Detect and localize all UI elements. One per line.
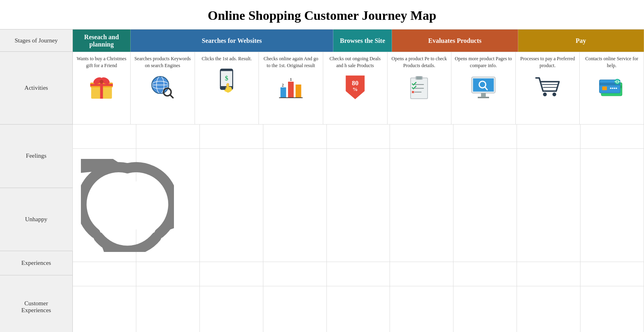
- activity-1: Wants to buy a Christmes gift for a Frie…: [73, 52, 131, 124]
- feelings-cell-7: [453, 125, 517, 148]
- phone-hand-icon: $: [212, 66, 241, 95]
- svg-point-52: [614, 87, 615, 89]
- svg-rect-37: [481, 93, 486, 97]
- globe-search-icon: [148, 73, 177, 102]
- activity-3: Clicks the 1st ads. Result. $: [195, 52, 259, 124]
- svg-point-51: [612, 87, 614, 89]
- exp-cell-5: [327, 262, 390, 286]
- cust-cell-2: [136, 286, 200, 332]
- feelings-cell-3: [200, 125, 263, 148]
- cycle-diagram: [73, 149, 644, 262]
- svg-point-6: [100, 80, 103, 83]
- feelings-row: [73, 125, 644, 149]
- exp-cell-7: [453, 262, 517, 286]
- feelings-cell-8: [517, 125, 580, 148]
- svg-line-13: [170, 95, 173, 97]
- clipboard-icon: [405, 73, 433, 102]
- unhappy-label: Unhappy: [0, 188, 73, 252]
- activity-7: Opens more product Pages to compare info…: [451, 52, 516, 124]
- cust-cell-8: [517, 286, 580, 332]
- stage-research: Reseach and planning: [73, 30, 131, 52]
- svg-rect-29: [416, 76, 422, 79]
- stage-evaluates: Evaluates Products: [392, 30, 518, 52]
- cust-cell-7: [453, 286, 517, 332]
- exp-cell-4: [263, 262, 327, 286]
- stages-label: Stages of Journey: [0, 30, 73, 52]
- svg-text:2: 2: [282, 83, 284, 87]
- page-title: Online Shopping Customer Journey Map: [0, 0, 644, 29]
- cust-cell-6: [390, 286, 453, 332]
- cust-cell-3: [200, 286, 263, 332]
- experiences-row: [73, 262, 644, 286]
- exp-cell-8: [517, 262, 580, 286]
- svg-rect-18: [280, 87, 286, 98]
- svg-rect-3: [90, 84, 113, 86]
- svg-point-60: [102, 180, 153, 231]
- customer-row: [73, 286, 644, 332]
- stage-pay: Pay: [518, 30, 644, 52]
- exp-cell-3: [200, 262, 263, 286]
- svg-point-50: [610, 87, 612, 89]
- credit-card-icon: [597, 73, 626, 102]
- svg-rect-49: [602, 86, 607, 90]
- svg-rect-20: [296, 85, 301, 98]
- exp-cell-6: [390, 262, 453, 286]
- activity-6: Opens a product Pe to check Products det…: [388, 52, 452, 124]
- left-labels: Stages of Journey Activities Feelings Un…: [0, 30, 73, 332]
- cust-cell-5: [327, 286, 390, 332]
- unhappy-row: [73, 149, 644, 262]
- exp-cell-9: [580, 262, 644, 286]
- svg-rect-19: [288, 82, 294, 98]
- sale-icon: 80 %: [341, 73, 369, 102]
- activity-5: Checks out ongoing Deals and h sale Prod…: [323, 52, 388, 124]
- circular-arrows-icon: [81, 159, 174, 252]
- svg-text:$: $: [225, 74, 228, 82]
- feelings-cell-5: [327, 125, 390, 148]
- shopping-cart-icon: [534, 73, 562, 102]
- svg-text:80: 80: [352, 79, 358, 87]
- activity-8: Processes to pay a Preferred product.: [516, 52, 580, 124]
- feelings-cell-4: [263, 125, 327, 148]
- activities-row: Wants to buy a Christmes gift for a Frie…: [73, 52, 644, 125]
- svg-rect-38: [478, 97, 489, 98]
- cust-cell-1: [73, 286, 136, 332]
- activity-9: Contacts online Service for help.: [580, 52, 644, 124]
- cust-cell-9: [580, 286, 644, 332]
- stage-searches: Searches for Websites: [131, 30, 333, 52]
- gift-icon: [87, 73, 116, 102]
- stage-browses: Browses the Site: [333, 30, 392, 52]
- svg-text:1: 1: [290, 77, 292, 81]
- activity-2: Searches products Keywords on search Eng…: [131, 52, 195, 124]
- exp-cell-1: [73, 262, 136, 286]
- journey-map: Stages of Journey Activities Feelings Un…: [0, 29, 644, 332]
- monitor-search-icon: [469, 73, 498, 102]
- experiences-label: Experiences: [0, 251, 73, 275]
- feelings-cell-9: [580, 125, 644, 148]
- activity-4: Checks online again And go to the 1st. O…: [259, 52, 323, 124]
- svg-text:%: %: [352, 87, 358, 92]
- svg-point-41: [543, 92, 547, 96]
- svg-point-42: [552, 92, 556, 96]
- svg-point-53: [616, 87, 617, 89]
- stages-row: Reseach and planning Searches for Websit…: [73, 30, 644, 52]
- exp-cell-2: [136, 262, 200, 286]
- feelings-cell-6: [390, 125, 453, 148]
- bar-chart-icon: 2 1: [277, 73, 305, 102]
- customer-experiences-label: Customer Experiences: [0, 275, 73, 332]
- feelings-cell-1: [73, 125, 136, 148]
- cust-cell-4: [263, 286, 327, 332]
- svg-rect-36: [473, 78, 494, 91]
- feelings-label: Feelings: [0, 125, 73, 188]
- feelings-cell-2: [136, 125, 200, 148]
- activities-label: Activities: [0, 52, 73, 125]
- main-content: Reseach and planning Searches for Websit…: [73, 30, 644, 332]
